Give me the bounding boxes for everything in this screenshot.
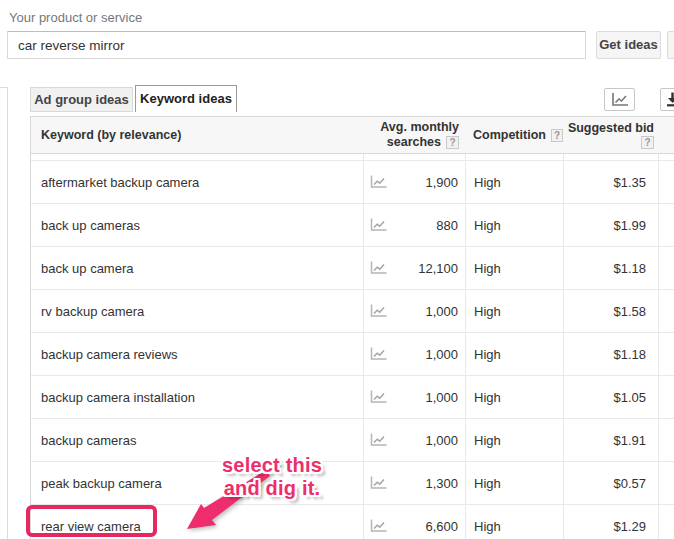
searches-cell: 1,900 bbox=[387, 175, 465, 190]
keyword-planner-screen: { "search": { "label": "Your product or … bbox=[0, 0, 674, 539]
search-label: Your product or service bbox=[9, 10, 142, 25]
trend-chart-icon[interactable] bbox=[370, 304, 387, 318]
competition-cell: High bbox=[474, 218, 501, 233]
keyword-cell: peak backup camera bbox=[41, 476, 162, 491]
download-button[interactable] bbox=[660, 88, 674, 111]
table-row[interactable]: peak backup camera 1,300 High $0.57 bbox=[31, 462, 674, 505]
trend-chart-icon[interactable] bbox=[370, 218, 387, 232]
trend-chart-icon[interactable] bbox=[370, 476, 387, 490]
searches-cell: 1,000 bbox=[387, 390, 465, 405]
help-icon[interactable]: ? bbox=[446, 136, 459, 149]
table-header-row: Keyword (by relevance) Avg. monthly sear… bbox=[31, 117, 674, 154]
header-spacer bbox=[658, 117, 674, 153]
keyword-cell: backup cameras bbox=[41, 433, 136, 448]
competition-cell: High bbox=[474, 390, 501, 405]
bid-cell: $1.18 bbox=[613, 347, 646, 362]
keyword-cell: rear view camera bbox=[41, 519, 141, 534]
header-suggested-bid: Suggested bid ? bbox=[563, 117, 658, 153]
adjacent-button-partial[interactable] bbox=[667, 31, 674, 59]
keyword-cell: rv backup camera bbox=[41, 304, 144, 319]
trend-chart-icon[interactable] bbox=[370, 390, 387, 404]
searches-cell: 1,300 bbox=[387, 476, 465, 491]
search-input[interactable] bbox=[7, 31, 586, 59]
bid-cell: $1.58 bbox=[613, 304, 646, 319]
table-row[interactable]: rear view camera 6,600 High $1.29 bbox=[31, 505, 674, 539]
bid-cell: $1.91 bbox=[613, 433, 646, 448]
trend-chart-icon[interactable] bbox=[370, 175, 387, 189]
trend-chart-icon[interactable] bbox=[370, 347, 387, 361]
table-row[interactable]: backup camera installation 1,000 High $1… bbox=[31, 376, 674, 419]
competition-cell: High bbox=[474, 433, 501, 448]
competition-cell: High bbox=[474, 261, 501, 276]
line-chart-icon bbox=[611, 92, 629, 107]
trend-chart-icon[interactable] bbox=[370, 519, 387, 533]
help-icon[interactable]: ? bbox=[551, 129, 563, 142]
competition-cell: High bbox=[474, 304, 501, 319]
header-avg-monthly-searches: Avg. monthly searches? bbox=[363, 117, 465, 153]
table-row[interactable]: backup cameras 1,000 High $1.91 bbox=[31, 419, 674, 462]
tab-keyword-ideas[interactable]: Keyword ideas bbox=[135, 85, 237, 112]
keyword-cell: back up cameras bbox=[41, 218, 140, 233]
table-row[interactable]: back up cameras 880 High $1.99 bbox=[31, 204, 674, 247]
keyword-cell: aftermarket backup camera bbox=[41, 175, 199, 190]
searches-cell: 1,000 bbox=[387, 433, 465, 448]
download-icon bbox=[666, 92, 674, 107]
bid-cell: $1.18 bbox=[613, 261, 646, 276]
keyword-cell: backup camera reviews bbox=[41, 347, 178, 362]
searches-cell: 880 bbox=[387, 218, 465, 233]
searches-cell: 12,100 bbox=[387, 261, 465, 276]
bid-cell: $1.29 bbox=[613, 519, 646, 534]
searches-cell: 6,600 bbox=[387, 519, 465, 534]
keyword-cell: backup camera installation bbox=[41, 390, 195, 405]
header-competition: Competition? bbox=[465, 117, 563, 153]
competition-cell: High bbox=[474, 476, 501, 491]
table-row[interactable]: rv backup camera 1,000 High $1.58 bbox=[31, 290, 674, 333]
keyword-cell: back up camera bbox=[41, 261, 134, 276]
scrolled-row-sliver bbox=[31, 154, 674, 161]
searches-cell: 1,000 bbox=[387, 304, 465, 319]
table-row[interactable]: aftermarket backup camera 1,900 High $1.… bbox=[31, 161, 674, 204]
bid-cell: $1.05 bbox=[613, 390, 646, 405]
bid-cell: $0.57 bbox=[613, 476, 646, 491]
trend-chart-icon[interactable] bbox=[370, 261, 387, 275]
competition-cell: High bbox=[474, 175, 501, 190]
header-keyword: Keyword (by relevance) bbox=[31, 117, 363, 153]
competition-cell: High bbox=[474, 519, 501, 534]
tab-ad-group-ideas[interactable]: Ad group ideas bbox=[30, 87, 133, 112]
bid-cell: $1.99 bbox=[613, 218, 646, 233]
table-row[interactable]: back up camera 12,100 High $1.18 bbox=[31, 247, 674, 290]
competition-cell: High bbox=[474, 347, 501, 362]
table-body: aftermarket backup camera 1,900 High $1.… bbox=[31, 161, 674, 539]
trend-chart-icon[interactable] bbox=[370, 433, 387, 447]
help-icon[interactable]: ? bbox=[641, 136, 654, 149]
searches-cell: 1,000 bbox=[387, 347, 465, 362]
keyword-ideas-table: Keyword (by relevance) Avg. monthly sear… bbox=[30, 116, 674, 539]
chart-view-button[interactable] bbox=[604, 88, 635, 111]
get-ideas-button[interactable]: Get ideas bbox=[596, 31, 661, 59]
left-panel-divider bbox=[0, 87, 8, 539]
bid-cell: $1.35 bbox=[613, 175, 646, 190]
table-row[interactable]: backup camera reviews 1,000 High $1.18 bbox=[31, 333, 674, 376]
